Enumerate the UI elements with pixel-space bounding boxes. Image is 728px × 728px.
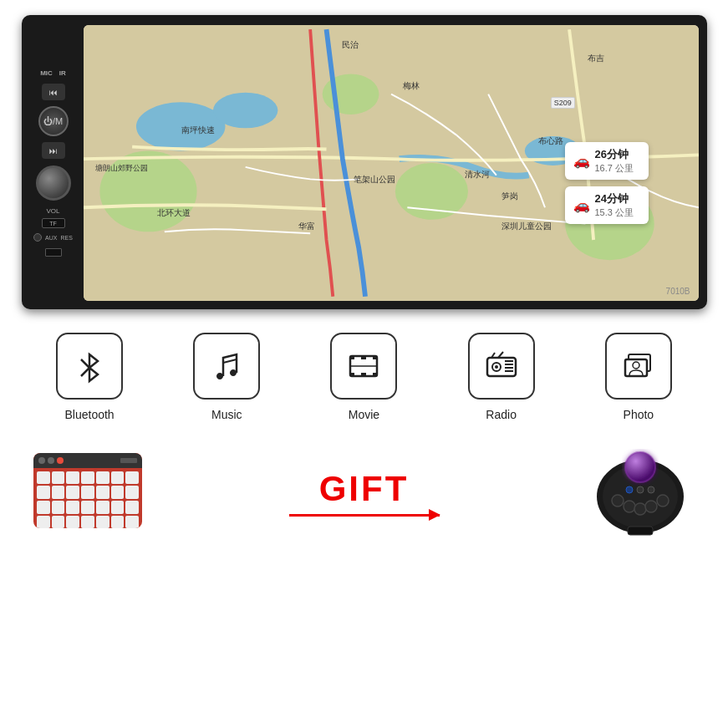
rb6: [111, 471, 125, 485]
rb25: [81, 516, 94, 528]
radio-icon-box: [468, 333, 535, 400]
aux-jack[interactable]: [33, 233, 42, 242]
svg-point-36: [657, 495, 669, 507]
steering-remote: [586, 446, 695, 538]
feature-photo: Photo: [605, 333, 672, 421]
steering-remote-svg: [586, 446, 695, 538]
tf-slot[interactable]: TF: [42, 218, 65, 228]
map-label-beihuan: 北环大道: [157, 207, 191, 219]
aux-label: AUX: [45, 235, 57, 241]
gift-arrow: [289, 514, 440, 517]
nav-route2-info: 24分钟 15.3 公里: [595, 191, 634, 219]
prev-button[interactable]: ⏮: [42, 84, 65, 100]
music-icon-box: [193, 333, 260, 400]
svg-point-38: [637, 486, 644, 493]
rb1: [37, 471, 50, 485]
tf-label: TF: [49, 221, 57, 227]
svg-point-32: [612, 495, 624, 507]
map-label-tanglang: 塘朗山郊野公园: [95, 163, 148, 174]
map-label-meilin: 梅林: [403, 80, 420, 92]
rb22: [37, 516, 50, 528]
rb23: [52, 516, 65, 528]
rb3: [66, 471, 79, 485]
movie-icon-box: [330, 333, 397, 400]
gift-label-area: GIFT: [142, 469, 586, 517]
rb9: [52, 486, 65, 499]
photo-icon-box: [605, 333, 672, 400]
svg-point-37: [626, 486, 633, 493]
svg-rect-10: [373, 356, 377, 359]
gift-text: GIFT: [319, 469, 410, 509]
rb19: [96, 501, 109, 514]
movie-label: Movie: [349, 408, 379, 421]
bluetooth-icon-box: [56, 333, 123, 400]
bluetooth-label: Bluetooth: [65, 408, 115, 421]
svg-point-35: [645, 501, 657, 512]
rb8: [37, 486, 50, 499]
mic-ir-row: MIC IR: [40, 69, 66, 77]
ir-label: IR: [59, 69, 66, 77]
map-screen: 民治 南坪快速 塘朗山郊野公园 北环大道 笔架山公园 清水河 笋岗 深圳儿童公园…: [84, 25, 699, 301]
feature-bluetooth: Bluetooth: [56, 333, 123, 421]
svg-point-33: [624, 501, 635, 512]
rb4: [81, 471, 94, 485]
route2-time: 24分钟: [595, 191, 634, 206]
rb14: [125, 486, 139, 499]
music-label: Music: [211, 408, 242, 421]
nav-route2: 🚗 24分钟 15.3 公里: [565, 186, 649, 224]
rb10: [66, 486, 79, 499]
map-label-shenzhen-park: 深圳儿童公园: [501, 221, 552, 232]
gift-section: GIFT: [0, 430, 728, 538]
rb26: [96, 516, 109, 528]
rb16: [52, 501, 65, 514]
feature-music: Music: [193, 333, 260, 421]
volume-knob[interactable]: [36, 165, 71, 201]
model-label: 7010B: [666, 287, 690, 296]
remote-top-bar: [33, 453, 142, 468]
map-label-huafu: 华富: [298, 221, 315, 232]
remote-control-img: [33, 453, 142, 532]
nav-popups: 🚗 26分钟 16.7 公里 🚗 24分钟 15.3 公里: [565, 142, 649, 224]
map-label-mintian: 民治: [342, 39, 359, 51]
svg-rect-14: [361, 373, 366, 376]
nav-route1-info: 26分钟 16.7 公里: [595, 147, 634, 175]
aux-row: AUX RES: [33, 233, 73, 242]
svg-rect-11: [350, 373, 354, 376]
map-background: 民治 南坪快速 塘朗山郊野公园 北环大道 笔架山公园 清水河 笋岗 深圳儿童公园…: [84, 25, 699, 301]
usb-slot[interactable]: [45, 248, 62, 257]
features-row: Bluetooth Music: [0, 309, 728, 430]
vol-label: VOL: [46, 207, 59, 215]
rb20: [111, 501, 125, 514]
remote-body: [33, 453, 142, 528]
music-icon: [208, 348, 245, 384]
svg-point-18: [495, 365, 498, 369]
power-button[interactable]: ⏻/M: [38, 106, 69, 136]
map-label-sunggang: 笋岗: [501, 191, 518, 202]
car-icon-2: 🚗: [573, 197, 590, 213]
svg-rect-12: [373, 373, 377, 376]
photo-label: Photo: [624, 408, 654, 421]
map-label-qingshui: 清水河: [465, 169, 490, 181]
map-label-buji: 布吉: [588, 53, 604, 64]
radio-icon: [483, 348, 520, 384]
rb2: [52, 471, 65, 485]
map-label-nanping: 南坪快速: [181, 125, 215, 136]
route2-dist: 15.3 公里: [595, 206, 634, 219]
next-button[interactable]: ⏭: [42, 142, 65, 159]
rb13: [111, 486, 125, 499]
map-label-s209: S209: [551, 97, 575, 109]
map-label-buxinlu: 布心路: [538, 135, 563, 147]
svg-point-34: [634, 503, 646, 515]
svg-rect-40: [628, 527, 653, 535]
svg-point-2: [212, 93, 277, 129]
car-icon-1: 🚗: [573, 153, 590, 169]
rb27: [111, 516, 125, 528]
feature-radio: Radio: [468, 333, 535, 421]
remote-buttons-grid: [33, 468, 142, 528]
mic-label: MIC: [40, 69, 53, 77]
map-label-bijia: 笔架山公园: [354, 174, 395, 186]
remote-dot-2: [48, 457, 54, 464]
rb18: [81, 501, 94, 514]
radio-label: Radio: [486, 408, 517, 421]
svg-point-5: [395, 163, 467, 220]
